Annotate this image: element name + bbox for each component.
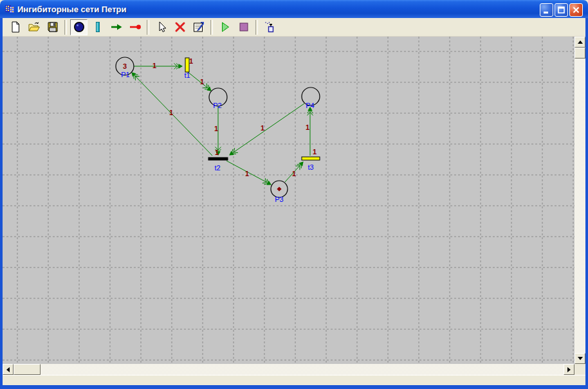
maximize-icon — [557, 6, 565, 14]
properties-sheet-icon — [192, 21, 205, 33]
toolbar-separator — [255, 20, 258, 35]
stop-simulation-button[interactable] — [235, 19, 252, 35]
up-arrow-icon — [578, 41, 583, 44]
scroll-down-button[interactable] — [574, 353, 585, 364]
transition-label-t1: t1 — [184, 71, 190, 79]
window-border — [585, 18, 588, 389]
add-inhibitor-arc-tool-button[interactable] — [126, 19, 143, 35]
open-file-button[interactable] — [25, 19, 42, 35]
status-bar — [3, 375, 585, 385]
app-window: Ингибиторные сети Петри — [0, 0, 588, 389]
run-simulation-button[interactable] — [216, 19, 234, 35]
place-label-P4: P4 — [306, 102, 314, 109]
arc-weight-P2-t2: 1 — [214, 125, 218, 132]
minimize-button[interactable] — [540, 3, 553, 17]
window-border — [0, 385, 588, 389]
pointer-tool-button[interactable] — [152, 19, 170, 35]
place-label-P1: P1 — [121, 71, 129, 78]
horizontal-scrollbar[interactable] — [3, 364, 574, 375]
petri-net-canvas[interactable]: 11111111t11t21t313P1P2P3P4 — [3, 37, 574, 364]
place-label-P2: P2 — [213, 102, 221, 109]
save-floppy-icon — [46, 21, 59, 33]
toolbar-separator — [64, 20, 67, 35]
transition-param-t1: 1 — [189, 57, 193, 65]
right-arrow-icon — [567, 367, 571, 372]
inhibitor-arc-icon — [129, 21, 142, 33]
scrollbar-corner — [574, 364, 585, 375]
arc-weight-P3-t3: 1 — [292, 170, 296, 177]
vertical-scrollbar[interactable] — [574, 37, 585, 364]
title-bar[interactable]: Ингибиторные сети Петри — [0, 0, 588, 18]
app-icon — [5, 4, 15, 14]
play-triangle-icon — [219, 21, 232, 33]
green-arrow-icon — [110, 21, 123, 33]
transition-param-t3: 1 — [313, 148, 317, 156]
open-folder-icon — [28, 21, 41, 33]
transition-label-t3: t3 — [308, 163, 313, 171]
minimize-icon — [542, 6, 551, 14]
arc-weight-t3-P4: 1 — [306, 123, 309, 131]
ink-bottle-icon — [264, 21, 277, 33]
window-border — [0, 18, 3, 389]
place-tokens-P1: 3 — [123, 62, 127, 70]
transition-param-t2: 1 — [215, 149, 219, 156]
transition-t3[interactable] — [302, 157, 320, 160]
toolbar-separator — [210, 20, 213, 35]
window-title: Ингибиторные сети Петри — [17, 5, 126, 14]
new-file-icon — [9, 21, 22, 33]
left-arrow-icon — [6, 367, 10, 372]
save-file-button[interactable] — [44, 19, 61, 35]
scroll-up-button[interactable] — [574, 37, 585, 48]
vertical-scroll-thumb[interactable] — [574, 48, 585, 59]
toolbar — [3, 18, 585, 37]
transition-bar-icon — [91, 21, 104, 33]
close-button[interactable] — [569, 3, 583, 17]
close-icon — [572, 6, 580, 14]
cursor-arrow-icon — [155, 21, 168, 33]
scroll-left-button[interactable] — [3, 364, 14, 375]
properties-tool-button[interactable] — [190, 19, 207, 35]
transition-t2[interactable] — [208, 158, 228, 160]
new-file-button[interactable] — [6, 19, 24, 35]
place-label-P3: P3 — [275, 195, 283, 203]
token-animation-button[interactable] — [261, 19, 279, 35]
arc-weight-t1-P2: 1 — [200, 78, 204, 86]
place-circle-icon — [73, 21, 86, 33]
arc-weight-t2-P3: 1 — [245, 170, 249, 177]
arc-weight-P4-t2: 1 — [261, 124, 264, 132]
toolbar-separator — [147, 20, 149, 35]
scroll-right-button[interactable] — [564, 364, 574, 375]
down-arrow-icon — [578, 357, 583, 360]
horizontal-scroll-thumb[interactable] — [14, 364, 41, 375]
stop-square-icon — [237, 21, 250, 33]
red-x-icon — [174, 21, 187, 33]
arc-weight-t2-P1: 1 — [169, 109, 173, 116]
arc-weight-P1-t1: 1 — [152, 62, 156, 69]
add-place-tool-button[interactable] — [70, 19, 87, 35]
transition-label-t2: t2 — [214, 164, 220, 172]
add-transition-tool-button[interactable] — [89, 19, 106, 35]
add-arc-tool-button[interactable] — [107, 19, 125, 35]
maximize-button[interactable] — [555, 3, 568, 17]
delete-tool-button[interactable] — [171, 19, 188, 35]
arc-P4-t2[interactable] — [230, 104, 304, 155]
